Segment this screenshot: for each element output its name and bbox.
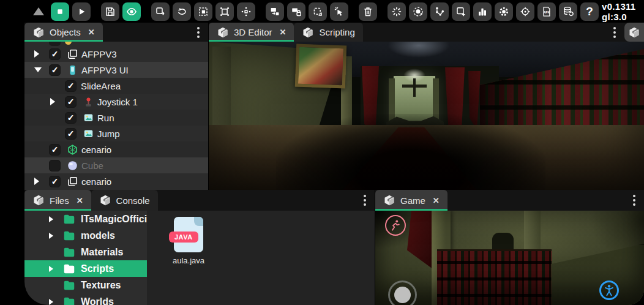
tab-objects-label: Objects: [50, 27, 81, 37]
folder-icon: [62, 262, 76, 276]
tab-console[interactable]: Console: [91, 190, 158, 211]
files-tabbar: Files Console: [24, 190, 375, 211]
expand-arrow-icon[interactable]: [34, 50, 49, 58]
visibility-checkbox[interactable]: [65, 128, 77, 140]
visibility-checkbox[interactable]: [49, 48, 61, 60]
tree-row-label: SlideArea: [81, 81, 121, 91]
run-control-button[interactable]: [385, 215, 406, 236]
virtual-joystick[interactable]: [388, 281, 417, 305]
tree-row-joystick[interactable]: Joystick 1: [24, 94, 208, 110]
gear-icon: [498, 6, 509, 17]
tree-row-label: AFPPV3: [81, 49, 117, 59]
tree-row-jump[interactable]: Jump: [24, 126, 208, 141]
delete-button[interactable]: [359, 2, 377, 21]
folder-row-models[interactable]: models: [24, 227, 147, 244]
folder-label: Worlds: [81, 296, 114, 305]
database-sync-button[interactable]: [559, 2, 577, 21]
tab-files[interactable]: Files: [24, 190, 91, 211]
image-icon: [83, 112, 94, 124]
collapse-arrow-icon[interactable]: [34, 67, 49, 72]
environment-button[interactable]: [409, 2, 427, 21]
lock-icon: [291, 6, 302, 17]
cube-logo-icon: [32, 26, 45, 39]
tree-row-afppv3-ui[interactable]: AFPPV3 UI: [24, 62, 208, 78]
build-target-button[interactable]: [516, 2, 534, 21]
folder-icon: [62, 213, 76, 226]
file-browser[interactable]: JAVA aula.java: [147, 211, 375, 305]
tree-row-run[interactable]: Run: [24, 110, 208, 126]
tab-3d-editor[interactable]: 3D Editor: [209, 23, 294, 42]
scale-object-button[interactable]: [194, 2, 212, 21]
settings-button[interactable]: [495, 2, 513, 21]
paste-icon: [312, 6, 323, 17]
tree-row-afppv3[interactable]: AFPPV3: [24, 46, 208, 62]
save-button[interactable]: [101, 2, 119, 21]
files-panel: Files Console ITsMagicOfficia models: [24, 190, 375, 305]
tree-row-partial[interactable]: [24, 42, 208, 46]
help-button[interactable]: ?: [580, 2, 599, 21]
visibility-checkbox[interactable]: [49, 144, 61, 156]
game-viewport[interactable]: [375, 211, 644, 305]
tab-scripting[interactable]: Scripting: [294, 23, 362, 42]
flare-effects-button[interactable]: [388, 2, 406, 21]
expand-arrow-icon[interactable]: [34, 178, 49, 185]
tree-row-cenario-2[interactable]: cenario: [24, 173, 208, 189]
database-refresh-icon: [563, 6, 574, 17]
editor-panel: 3D Editor Scripting: [209, 23, 644, 190]
tab-game-close-icon[interactable]: [433, 196, 440, 205]
hidden-tab-button[interactable]: [624, 23, 644, 42]
tab-files-close-icon[interactable]: [77, 196, 83, 205]
node-graph-button[interactable]: [430, 2, 449, 21]
planet-icon: [413, 6, 424, 17]
file-item-aula-java[interactable]: JAVA aula.java: [167, 217, 211, 265]
visibility-checkbox[interactable]: [65, 96, 77, 108]
objects-panel: Objects AFPPV3 AFPPV3 UI Slid: [24, 23, 208, 190]
folder-row-itsmagicofficia[interactable]: ITsMagicOfficia: [24, 211, 147, 227]
visibility-checkbox[interactable]: [49, 176, 61, 187]
tab-3d-editor-close-icon[interactable]: [280, 28, 286, 37]
tree-row-cube[interactable]: Cube: [24, 157, 208, 173]
add-object-button[interactable]: [452, 2, 470, 21]
visibility-checkbox[interactable]: [65, 112, 77, 124]
export-apk-button[interactable]: [537, 2, 556, 21]
paste-object-button[interactable]: [309, 2, 327, 21]
files-menu-button[interactable]: [355, 191, 375, 209]
3d-viewport[interactable]: [209, 42, 644, 190]
preview-eye-button[interactable]: [122, 2, 141, 21]
folder-row-materials[interactable]: Materials: [24, 244, 147, 260]
tree-row-slidearea[interactable]: SlideArea: [24, 78, 208, 94]
visibility-checkbox[interactable]: [49, 64, 61, 76]
stop-button[interactable]: [51, 2, 69, 21]
visibility-checkbox[interactable]: [49, 160, 61, 171]
editor-menu-button[interactable]: [605, 23, 624, 42]
accessibility-icon[interactable]: [599, 281, 619, 300]
play-button[interactable]: [72, 2, 91, 21]
expand-arrow-icon[interactable]: [49, 233, 62, 239]
folder-row-worlds[interactable]: Worlds: [24, 293, 147, 305]
game-menu-button[interactable]: [624, 191, 644, 209]
rect-handles-icon: [219, 6, 230, 17]
collapse-toolbar-icon[interactable]: [33, 7, 44, 15]
folder-row-textures[interactable]: Textures: [24, 277, 147, 293]
tree-row-cenario[interactable]: cenario: [24, 141, 208, 157]
tab-objects[interactable]: Objects: [24, 23, 103, 42]
visibility-checkbox[interactable]: [65, 80, 77, 92]
lock-object-button[interactable]: [287, 2, 305, 21]
objects-menu-button[interactable]: [189, 23, 208, 42]
expand-arrow-icon[interactable]: [49, 216, 62, 222]
statistics-button[interactable]: [473, 2, 492, 21]
orbit-rotate-button[interactable]: [173, 2, 191, 21]
duplicate-object-button[interactable]: [266, 2, 284, 21]
expand-arrow-icon[interactable]: [49, 299, 62, 305]
rotate-object-button[interactable]: [151, 2, 170, 21]
folder-row-scripts[interactable]: Scripts: [24, 260, 147, 277]
expand-arrow-icon[interactable]: [50, 98, 65, 105]
game-panel: Game: [375, 190, 644, 305]
tab-objects-close-icon[interactable]: [88, 28, 95, 37]
rect-handles-button[interactable]: [215, 2, 234, 21]
tab-game[interactable]: Game: [375, 190, 447, 211]
touch-add-button[interactable]: [330, 2, 348, 21]
ui-panel-icon: [67, 64, 78, 76]
expand-arrow-icon[interactable]: [49, 266, 62, 272]
move-object-button[interactable]: [237, 2, 255, 21]
